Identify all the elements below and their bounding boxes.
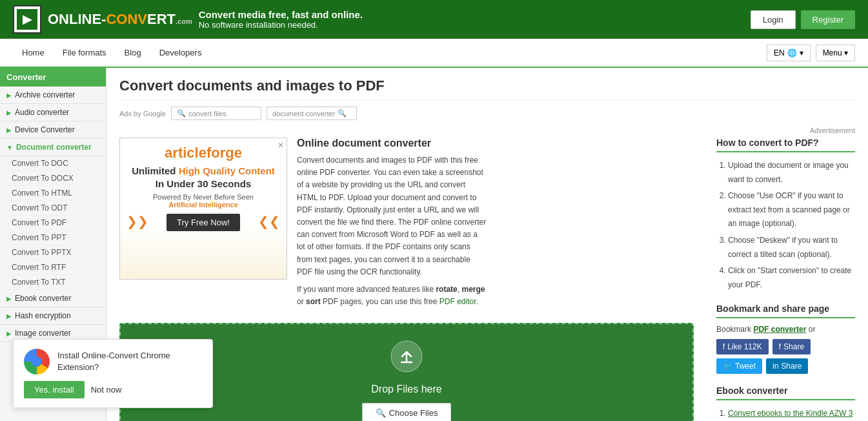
nav-right: EN 🌐 ▾ Menu ▾ [767,45,855,61]
doc-paragraph-1: Convert documents and images to PDF with… [297,154,487,278]
how-step-3: Choose "Deskew" if you want to correct a… [728,234,855,262]
sidebar-sub-ppt[interactable]: Convert To PPT [0,231,106,245]
how-step-2: Choose "Use OCR" if you want to extract … [728,189,855,231]
language-selector[interactable]: EN 🌐 ▾ [767,45,811,61]
nav-file-formats[interactable]: File formats [54,39,116,67]
sidebar-sub-odt[interactable]: Convert To ODT [0,201,106,216]
chrome-icon [24,349,50,375]
notification-popup: Install Online-Convert Chrome Extension?… [13,339,213,408]
ads-row: Ads by Google 🔍 convert files document c… [119,107,855,120]
social-row-1: f Like 112K f Share [716,339,855,354]
ad-arrows: ❯❯ Try Free Now! ❮❮ [126,214,280,231]
content-area: Convert documents and images to PDF Ads … [106,68,868,421]
sidebar-item-device[interactable]: ▶ Device Converter [0,121,106,139]
facebook-icon: f [779,342,781,351]
twitter-tweet-button[interactable]: 🐦 Tweet [716,358,762,374]
ad-try-btn[interactable]: Try Free Now! [167,214,240,231]
register-button[interactable]: Register [801,10,855,29]
nav-developers[interactable]: Developers [150,39,211,67]
sidebar-sub-html[interactable]: Convert To HTML [0,186,106,201]
logo-area: ▶ ONLINE-CONVERT.com Convert media free,… [13,5,363,34]
search-icon: 🔍 [338,109,347,118]
upload-drop-text: Drop Files here [134,384,680,395]
linkedin-share-button[interactable]: in Share [766,358,808,374]
sidebar-item-audio[interactable]: ▶ Audio converter [0,104,106,121]
ad-inner: ✕ articleforge Unlimited High Quality Co… [120,138,287,279]
navigation: Home File formats Blog Developers EN 🌐 ▾… [0,39,868,68]
advertisement-label: Advertisement [119,127,855,134]
globe-icon: 🌐 [787,48,797,57]
sidebar-item-ebook[interactable]: ▶ Ebook converter [0,290,106,307]
how-to-title: How to convert to PDF? [716,138,855,152]
sidebar-title: Converter [0,68,106,87]
tagline: Convert media free, fast and online. No … [199,9,363,30]
notification-top: Install Online-Convert Chrome Extension? [24,349,202,375]
facebook-icon: f [723,342,725,351]
sidebar-item-document[interactable]: ▼ Document converter [0,139,106,156]
arrow-icon: ▶ [6,127,12,134]
sidebar-sub-pptx[interactable]: Convert To PPTX [0,245,106,260]
doc-paragraph-2: If you want more advanced features like … [297,283,487,308]
bookmark-title: Bookmark and share page [716,303,855,318]
sidebar-sub-doc[interactable]: Convert To DOC [0,156,106,171]
sidebar-sub-docx[interactable]: Convert To DOCX [0,171,106,186]
ad-logo: articleforge [126,145,280,161]
linkedin-icon: in [772,362,778,371]
chevron-down-icon: ▾ [800,48,803,57]
facebook-like-button[interactable]: f Like 112K [716,339,769,354]
choose-files-button[interactable]: 🔍 Choose Files [362,403,452,421]
yes-install-button[interactable]: Yes, install [24,381,85,398]
ads-input-2[interactable]: document converter 🔍 [267,107,357,120]
upload-icon [134,340,680,378]
ad-subtext: Powered By Never Before Seen Artificial … [126,193,280,209]
ebook-list: Convert ebooks to the Kindle AZW 3 forma… [716,407,855,421]
ad-headline: Unlimited High Quality Content In Under … [126,165,280,190]
sidebar-item-archive[interactable]: ▶ Archive converter [0,87,106,104]
sidebar-item-hash[interactable]: ▶ Hash encryption [0,307,106,325]
arrow-down-icon: ▼ [6,144,13,151]
header-actions: Login Register [751,10,855,29]
arrow-icon: ▶ [6,92,12,99]
ebook-section: Ebook converter Convert ebooks to the Ki… [716,385,855,421]
arrow-icon: ▶ [6,109,12,116]
how-to-section: How to convert to PDF? Upload the docume… [716,138,855,292]
ebook-title: Ebook converter [716,385,855,400]
social-row-2: 🐦 Tweet in Share [716,358,855,374]
ad-box: ✕ articleforge Unlimited High Quality Co… [119,138,287,280]
sidebar-sub-rtf[interactable]: Convert To RTF [0,260,106,275]
search-icon: 🔍 [177,109,186,118]
sidebar-sub-pdf[interactable]: Convert To PDF [0,216,106,231]
how-to-list: Upload the document or image you want to… [716,159,855,292]
menu-button[interactable]: Menu ▾ [816,45,855,61]
bookmark-section: Bookmark and share page Bookmark PDF con… [716,303,855,374]
arrow-icon: ▶ [6,313,12,320]
bookmark-text: Bookmark PDF converter or [716,325,855,334]
logo-icon: ▶ [13,5,41,34]
nav-home[interactable]: Home [13,39,54,67]
facebook-share-button[interactable]: f Share [772,339,811,354]
not-now-button[interactable]: Not now [91,385,122,395]
chevron-down-icon: ▾ [844,48,848,57]
pdf-editor-link[interactable]: PDF editor [439,297,476,306]
ads-label: Ads by Google [119,110,166,118]
arrow-icon: ▶ [6,295,12,302]
online-doc-title: Online document converter [297,138,487,149]
sidebar-sub-txt[interactable]: Convert To TXT [0,275,106,290]
search-icon: 🔍 [376,408,386,418]
twitter-icon: 🐦 [723,362,732,371]
login-button[interactable]: Login [751,10,796,29]
logo-text: ONLINE-CONVERT.com [48,11,192,28]
close-icon[interactable]: ✕ [278,141,284,150]
notification-text: Install Online-Convert Chrome Extension? [57,350,202,373]
right-panel: How to convert to PDF? Upload the docume… [707,138,855,421]
pdf-converter-bookmark-link[interactable]: PDF converter [753,325,806,334]
arrow-icon: ▶ [6,330,12,337]
svg-text:▶: ▶ [23,13,33,26]
content-two-col: ✕ articleforge Unlimited High Quality Co… [119,138,855,421]
nav-blog[interactable]: Blog [116,39,150,67]
how-step-1: Upload the document or image you want to… [728,159,855,187]
doc-description: Online document converter Convert docume… [297,138,487,313]
notification-actions: Yes, install Not now [24,381,202,398]
ads-input-1[interactable]: 🔍 convert files [171,107,261,120]
how-step-4: Click on "Start conversion" to create yo… [728,264,855,292]
